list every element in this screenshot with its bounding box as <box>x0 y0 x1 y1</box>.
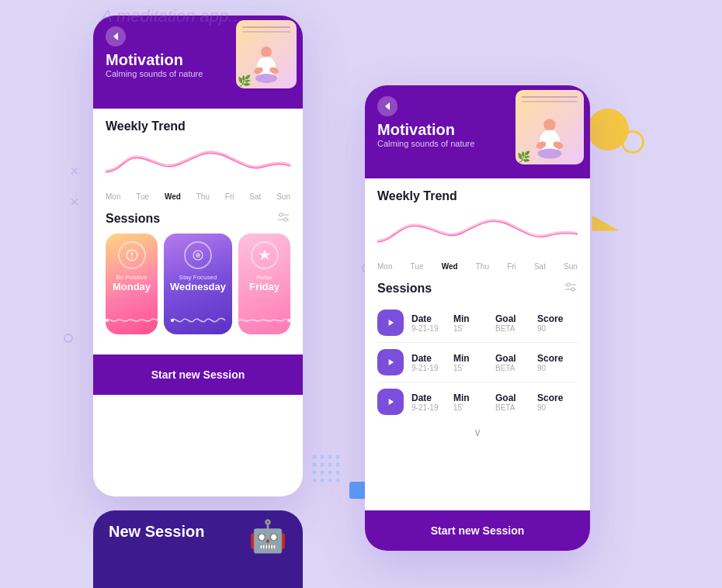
monday-day: Monday <box>113 281 151 292</box>
day-mon: Mon <box>106 192 120 201</box>
deco-circle-1 <box>64 334 73 343</box>
session-info-3: Date 9-21-19 Min 15' Goal BETA Score 90 <box>411 393 578 412</box>
svg-point-12 <box>313 479 317 483</box>
min-val-3: 15' <box>453 403 463 412</box>
day-sun: Sun <box>276 192 290 201</box>
bottom-phone-title: New Session <box>109 523 204 541</box>
right-start-session-button[interactable]: Start new Session <box>365 510 590 551</box>
svg-point-6 <box>328 463 332 467</box>
svg-point-5 <box>321 463 325 467</box>
svg-point-7 <box>336 463 340 467</box>
min-col-2: Min 15' <box>453 353 484 372</box>
play-btn-2[interactable] <box>377 349 404 375</box>
goal-val-3: BETA <box>495 403 515 412</box>
r-day-sun: Sun <box>564 262 578 271</box>
score-label-2: Score <box>537 353 563 364</box>
monday-sub: Be Positive <box>116 274 147 281</box>
session-card-wednesday[interactable]: Stay Focused Wednesday <box>164 233 232 334</box>
svg-point-28 <box>171 319 174 322</box>
play-btn-1[interactable] <box>377 310 404 336</box>
goal-label-3: Goal <box>495 393 516 403</box>
min-col-1: Min 15' <box>453 313 484 333</box>
chevron-down[interactable]: ∨ <box>377 421 578 443</box>
day-wed: Wed <box>165 192 181 201</box>
min-col-3: Min 15' <box>453 393 484 412</box>
left-subtitle: Calming sounds of nature <box>106 69 290 78</box>
day-tue: Tue <box>136 192 149 201</box>
score-col-3: Score 90 <box>537 393 568 412</box>
goal-col-3: Goal BETA <box>495 393 526 412</box>
session-info-1: Date 9-21-19 Min 15' Goal BETA Score 90 <box>411 313 578 333</box>
r-day-sat: Sat <box>534 262 546 271</box>
left-sessions-title: Sessions <box>106 212 160 226</box>
r-day-tue: Tue <box>411 262 424 271</box>
session-card-monday[interactable]: Be Positive Monday <box>106 233 158 334</box>
goal-label-2: Goal <box>495 353 516 364</box>
left-trend-title: Weekly Trend <box>106 119 290 133</box>
right-trend-title: Weekly Trend <box>377 189 578 203</box>
date-val-1: 9-21-19 <box>411 324 438 333</box>
svg-point-34 <box>538 148 562 158</box>
svg-point-8 <box>313 471 317 475</box>
min-label-2: Min <box>453 353 470 364</box>
svg-point-1 <box>321 455 325 459</box>
r-day-fri: Fri <box>507 262 516 271</box>
session-row-1: Date 9-21-19 Min 15' Goal BETA Score 90 <box>377 303 578 343</box>
date-label-2: Date <box>411 353 432 364</box>
min-val-2: 15' <box>453 364 463 372</box>
goal-val-1: BETA <box>495 324 515 333</box>
right-days-row: Mon Tue Wed Thu Fri Sat Sun <box>377 262 578 271</box>
left-trend-chart <box>106 140 290 186</box>
svg-point-37 <box>567 283 570 286</box>
right-filter-icon[interactable] <box>564 282 578 296</box>
friday-icon <box>251 241 279 269</box>
svg-point-0 <box>313 455 317 459</box>
day-sat: Sat <box>249 192 261 201</box>
left-start-session-button[interactable]: Start new Session <box>93 355 303 395</box>
left-body: Weekly Trend Mon Tue Wed Thu Fri Sat Sun… <box>93 109 303 355</box>
svg-point-10 <box>328 471 332 475</box>
session-card-friday[interactable]: Relax Friday <box>238 233 290 334</box>
play-btn-3[interactable] <box>377 389 404 415</box>
right-title: Motivation <box>377 121 578 139</box>
svg-point-15 <box>336 479 340 483</box>
date-col-3: Date 9-21-19 <box>411 393 443 412</box>
goal-label-1: Goal <box>495 313 516 324</box>
score-val-1: 90 <box>537 324 546 333</box>
session-info-2: Date 9-21-19 Min 15' Goal BETA Score 90 <box>411 353 578 372</box>
filter-icon[interactable] <box>276 212 290 226</box>
svg-point-3 <box>336 455 340 459</box>
score-col-2: Score 90 <box>537 353 568 372</box>
svg-point-27 <box>196 253 200 258</box>
left-title: Motivation <box>106 51 290 69</box>
right-back-button[interactable] <box>377 96 397 116</box>
day-thu: Thu <box>196 192 210 201</box>
svg-point-25 <box>106 319 109 322</box>
r-day-mon: Mon <box>377 262 392 271</box>
goal-col-1: Goal BETA <box>495 313 526 333</box>
right-header: 🌿 Motivation Calming sounds of nature <box>365 85 590 178</box>
svg-point-14 <box>328 479 332 483</box>
right-trend-chart <box>377 209 578 256</box>
deco-blue-square <box>349 482 366 499</box>
date-val-2: 9-21-19 <box>411 364 438 372</box>
score-col-1: Score 90 <box>537 313 568 333</box>
svg-point-11 <box>336 471 340 475</box>
score-label-1: Score <box>537 313 563 324</box>
bottom-phone: New Session 🤖 <box>93 510 303 588</box>
svg-point-2 <box>328 455 332 459</box>
date-val-3: 9-21-19 <box>411 403 438 412</box>
r-day-wed: Wed <box>442 262 458 271</box>
friday-sub: Relax <box>256 274 272 281</box>
session-row-3: Date 9-21-19 Min 15' Goal BETA Score 90 <box>377 382 578 421</box>
min-label-3: Min <box>453 393 470 403</box>
wednesday-day: Wednesday <box>170 281 226 292</box>
left-back-button[interactable] <box>106 26 126 47</box>
score-val-3: 90 <box>537 403 546 412</box>
score-label-3: Score <box>537 393 563 403</box>
svg-point-9 <box>321 471 325 475</box>
left-session-cards: Be Positive Monday Stay Focused Wednesda… <box>106 233 290 334</box>
deco-triangle <box>592 216 620 231</box>
left-sessions-header: Sessions <box>106 212 290 226</box>
right-footer-label: Start new Session <box>431 524 525 537</box>
